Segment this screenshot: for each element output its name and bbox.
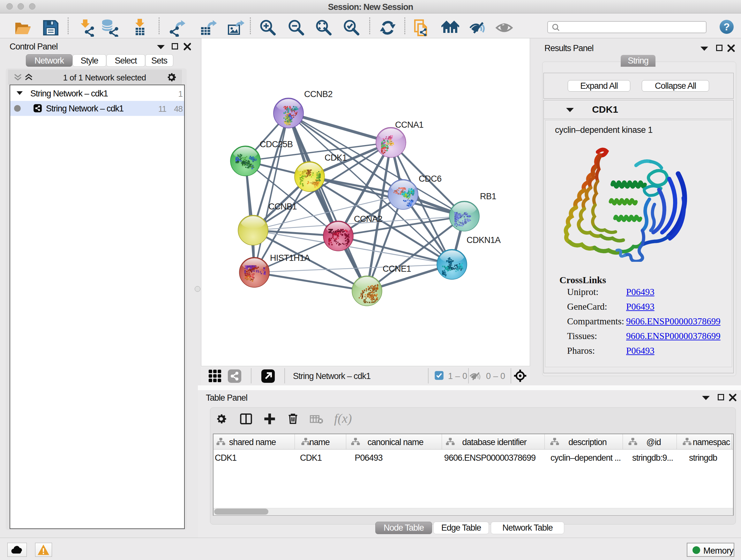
svg-text:CCNB1: CCNB1 [268,202,297,211]
svg-text:HIST1H1A: HIST1H1A [270,253,310,263]
svg-text:CCNA2: CCNA2 [354,214,382,224]
svg-text:RB1: RB1 [480,192,496,201]
svg-text:CDC6: CDC6 [419,174,442,184]
svg-text:CDKN1A: CDKN1A [467,235,501,245]
svg-text:CDC25B: CDC25B [260,139,293,149]
svg-text:CCNE1: CCNE1 [383,264,411,273]
svg-text:CDK1: CDK1 [325,153,347,163]
svg-text:CCNB2: CCNB2 [304,89,333,99]
svg-text:CCNA1: CCNA1 [395,120,423,130]
